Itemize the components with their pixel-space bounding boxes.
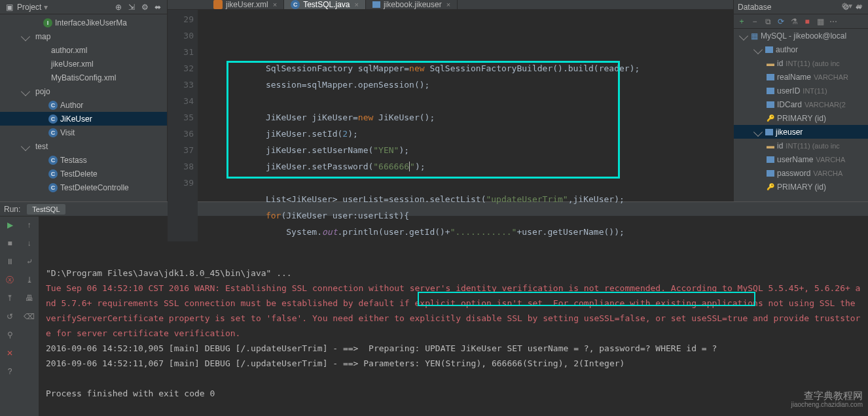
close-tab-icon[interactable]: ×	[446, 1, 450, 9]
tree-item[interactable]: map	[0, 29, 167, 43]
print-button[interactable]: 🖶	[24, 292, 35, 304]
clear-button[interactable]: ⌫	[24, 311, 35, 322]
db-item-label: id	[777, 59, 783, 68]
scroll-end-button[interactable]: ⤓	[24, 274, 35, 286]
tree-item[interactable]: CTestass	[0, 153, 167, 167]
table-icon	[372, 1, 380, 8]
project-panel: ▣ Project ▾ ⊕ ⇲ ⚙ ⬌ IInterfaceJikeUserMa…	[0, 0, 168, 201]
dump-button[interactable]: ⤒	[4, 292, 16, 304]
db-item-type: VARCHA	[816, 156, 845, 164]
tree-item-label: JiKeUser	[60, 114, 92, 124]
db-item-label: IDCard	[777, 100, 802, 109]
column-icon	[767, 88, 774, 94]
tree-item[interactable]: CTestDeleteControlle	[0, 181, 167, 194]
close-button[interactable]: ✕	[4, 347, 16, 359]
db-tree-item[interactable]: userName VARCHA	[734, 152, 868, 166]
db-item-type: INT(11) (auto inc	[786, 142, 840, 150]
db-tree-item[interactable]: ▬id INT(11) (auto inc	[734, 139, 868, 152]
close-tab-icon[interactable]: ×	[273, 1, 277, 9]
db-item-label: author	[776, 45, 798, 54]
db-tree-item[interactable]: jikeuser	[734, 125, 868, 139]
tree-item[interactable]: test	[0, 139, 167, 153]
db-tree-item[interactable]: author	[734, 43, 868, 56]
tree-item[interactable]: CVisit	[0, 126, 167, 139]
file-type-icon: C	[48, 183, 58, 192]
column-icon	[767, 74, 774, 80]
tree-item[interactable]: CTestDelete	[0, 167, 167, 181]
db-tree-item[interactable]: IDCard VARCHAR(2	[734, 97, 868, 111]
project-panel-header: ▣ Project ▾ ⊕ ⇲ ⚙ ⬌	[0, 0, 167, 14]
editor-region: jikeUser.xml×CTestSQL.java×jikebook.jike…	[168, 0, 733, 201]
datasource-root[interactable]: ▦ MySQL - jikebook@local	[734, 29, 868, 43]
console-line: 2016-09-06 14:52:10,905 [main] DEBUG [/.…	[46, 341, 861, 356]
line-number: 31	[168, 44, 194, 60]
refresh-icon[interactable]: ⟳	[776, 17, 786, 26]
tree-item[interactable]: IInterfaceJikeUserMa	[0, 16, 167, 29]
line-number: 37	[168, 142, 194, 158]
stop-button[interactable]: ■	[4, 237, 16, 249]
console-line: Tue Sep 06 14:52:10 CST 2016 WARN: Estab…	[46, 281, 861, 341]
console-icon[interactable]: ▦	[815, 17, 825, 26]
exit-button[interactable]: ⓧ	[4, 274, 16, 286]
db-item-label: realName	[777, 73, 811, 82]
remove-icon[interactable]: −	[750, 17, 760, 26]
tree-item[interactable]: jikeUser.xml	[0, 57, 167, 71]
down-button[interactable]: ↓	[24, 237, 35, 249]
run-panel-tools: ⚙▾ ⬌	[841, 1, 863, 10]
console-output[interactable]: "D:\Program Files\Java\jdk1.8.0_45\bin\j…	[39, 217, 868, 416]
editor-tab[interactable]: jikebook.jikeuser×	[366, 0, 458, 9]
db-item-label: userID	[777, 86, 800, 95]
project-tree: IInterfaceJikeUserMamapauthor.xmljikeUse…	[0, 14, 167, 196]
db-item-type: INT(11)	[803, 87, 827, 95]
run-hide-icon[interactable]: ⬌	[856, 1, 863, 10]
hide-icon[interactable]: ⬌	[153, 2, 163, 12]
duplicate-icon[interactable]: ⧉	[763, 17, 773, 26]
add-datasource-icon[interactable]: +	[736, 17, 747, 26]
project-icon: ▣	[4, 2, 14, 12]
rerun-button[interactable]: ▶	[4, 219, 16, 231]
code-area[interactable]: SqlSessionFactory sqlMapper=new SqlSessi…	[198, 10, 733, 241]
soft-wrap-button[interactable]: ⤶	[24, 256, 35, 268]
tree-item-label: TestDelete	[60, 169, 98, 179]
code-line: JiKeUser jiKeUser=new JiKeUser();	[204, 109, 733, 126]
pin-button[interactable]: ⚲	[4, 329, 16, 341]
db-tree-item[interactable]: password VARCHA	[734, 166, 868, 180]
database-panel: Database ⚙ ⬌ + − ⧉ ⟳ ⚗ ■ ▦ ⋯ ▦ MySQL - j…	[733, 0, 868, 201]
chevron-down-icon	[753, 127, 763, 136]
restore-button[interactable]: ↺	[4, 311, 16, 322]
collapse-icon[interactable]: ⊕	[113, 2, 124, 12]
tree-item-label: Testass	[60, 156, 87, 165]
scroll-icon[interactable]: ⇲	[126, 2, 137, 12]
editor-tab[interactable]: jikeUser.xml×	[207, 0, 284, 9]
filter-icon[interactable]: ⚗	[789, 17, 799, 26]
dropdown-icon[interactable]: ▾	[44, 3, 48, 12]
db-item-label: id	[777, 141, 783, 150]
pause-button[interactable]: ⏸	[4, 256, 16, 268]
more-icon[interactable]: ⋯	[828, 17, 839, 26]
editor-tab[interactable]: CTestSQL.java×	[284, 0, 366, 9]
tree-item[interactable]: pojo	[0, 84, 167, 98]
xml-file-icon	[213, 0, 223, 9]
db-tree-item[interactable]: ▬id INT(11) (auto inc	[734, 56, 868, 70]
tree-item[interactable]: CJiKeUser	[0, 112, 167, 126]
db-tree-item[interactable]: userID INT(11)	[734, 84, 868, 97]
tree-item-label: pojo	[35, 87, 50, 96]
up-button[interactable]: ↑	[24, 219, 35, 231]
code-line: jiKeUser.setId(2);	[204, 126, 733, 142]
db-item-type: VARCHA	[813, 169, 842, 177]
stop-sync-icon[interactable]: ■	[802, 17, 812, 26]
tree-item[interactable]: MyBatisConfig.xml	[0, 71, 167, 84]
tree-item[interactable]: CAuthor	[0, 98, 167, 112]
db-tree-item[interactable]: realName VARCHAR	[734, 70, 868, 84]
run-toolbar-primary: ▶ ■ ⏸ ⓧ ⤒ ↺ ⚲ ✕ ?	[0, 217, 20, 416]
tree-item[interactable]: author.xml	[0, 43, 167, 57]
settings-icon[interactable]: ⚙	[139, 2, 150, 12]
database-panel-title: Database	[738, 3, 771, 12]
db-tree-item[interactable]: 🔑PRIMARY (id)	[734, 111, 868, 125]
run-tab[interactable]: TestSQL	[27, 204, 65, 215]
db-tree-item[interactable]: 🔑PRIMARY (id)	[734, 180, 868, 194]
close-tab-icon[interactable]: ×	[355, 1, 359, 9]
column-icon	[767, 156, 774, 163]
help-button[interactable]: ?	[4, 366, 16, 377]
run-settings-icon[interactable]: ⚙▾	[841, 1, 852, 10]
